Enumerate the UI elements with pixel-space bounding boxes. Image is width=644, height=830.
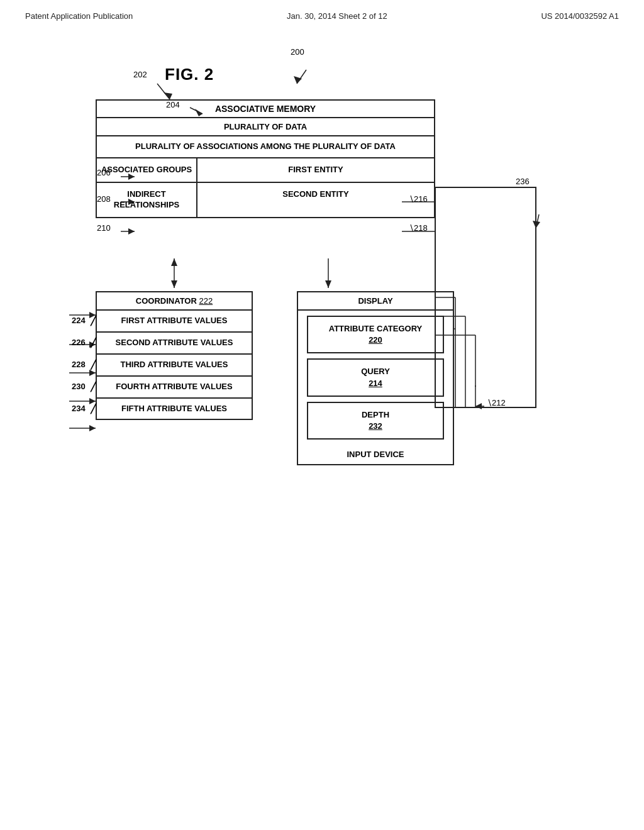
header-right: US 2014/0032592 A1 — [541, 11, 619, 21]
svg-marker-16 — [325, 280, 331, 288]
attr-category-label: ATTRIBUTE CATEGORY — [311, 323, 440, 335]
indirect-row: INDIRECT RELATIONSHIPS SECOND ENTITY — [97, 183, 434, 217]
depth-label: DEPTH — [311, 409, 440, 421]
attribute-category-box: ATTRIBUTE CATEGORY 220 — [307, 316, 444, 353]
query-ref: 214 — [311, 378, 440, 389]
svg-marker-1 — [294, 76, 302, 84]
associated-groups-cell: ASSOCIATED GROUPS — [97, 158, 197, 182]
two-row-section: ASSOCIATED GROUPS FIRST ENTITY INDIRECT … — [97, 158, 434, 217]
svg-line-20 — [536, 214, 539, 228]
page-header: Patent Application Publication Jan. 30, … — [0, 0, 644, 27]
assoc-memory-box: ASSOCIATIVE MEMORY PLURALITY OF DATA PLU… — [96, 99, 435, 218]
attr-row-228: 228 ╱ THIRD ATTRIBUTE VALUES — [97, 355, 252, 377]
ref-200: 200 — [291, 47, 304, 57]
depth-box: DEPTH 232 — [307, 402, 444, 440]
depth-ref: 232 — [311, 421, 440, 432]
diagram-area: 200 202 FIG. 2 — [64, 65, 580, 756]
svg-marker-21 — [533, 221, 540, 228]
ref-230-label: 230 — [72, 382, 86, 392]
svg-marker-46 — [475, 403, 482, 409]
svg-marker-11 — [128, 228, 135, 235]
plurality-data-row: PLURALITY OF DATA — [97, 117, 434, 135]
attr-row-234: 234 ╱ FIFTH ATTRIBUTE VALUES — [97, 399, 252, 419]
plurality-assoc: PLURALITY OF ASSOCIATIONS AMONG THE PLUR… — [97, 136, 434, 158]
assoc-groups-row: ASSOCIATED GROUPS FIRST ENTITY — [97, 158, 434, 183]
query-box: QUERY 214 — [307, 358, 444, 396]
attr-category-ref: 220 — [311, 335, 440, 346]
second-entity-cell: SECOND ENTITY — [197, 183, 434, 217]
second-attr-values: SECOND ATTRIBUTE VALUES — [116, 338, 233, 347]
fifth-attr-values: FIFTH ATTRIBUTE VALUES — [121, 404, 227, 413]
svg-line-2 — [157, 84, 170, 99]
svg-marker-14 — [171, 280, 177, 288]
input-device-cell: INPUT DEVICE — [298, 445, 453, 464]
display-box: DISPLAY ATTRIBUTE CATEGORY 220 QUERY 214… — [297, 291, 454, 465]
svg-marker-33 — [89, 370, 96, 376]
third-attr-values: THIRD ATTRIBUTE VALUES — [121, 360, 228, 369]
attr-row-230: 230 ╱ FOURTH ATTRIBUTE VALUES — [97, 377, 252, 399]
attr-row-224: 224 ╱ FIRST ATTRIBUTE VALUES — [97, 311, 252, 333]
middle-section: PLURALITY OF ASSOCIATIONS AMONG THE PLUR… — [97, 135, 434, 217]
ref-228-label: 228 — [72, 360, 86, 370]
ref-234-label: 234 — [72, 404, 86, 414]
svg-marker-37 — [89, 425, 96, 431]
coordinator-box: COORDINATOR 222 224 ╱ FIRST ATTRIBUTE VA… — [96, 291, 253, 420]
first-entity-cell: FIRST ENTITY — [197, 158, 434, 182]
ref-236-label: 236 — [516, 177, 530, 186]
left-col: PLURALITY OF ASSOCIATIONS AMONG THE PLUR… — [97, 136, 434, 217]
fourth-attr-values: FOURTH ATTRIBUTE VALUES — [116, 382, 232, 391]
assoc-memory-title: ASSOCIATIVE MEMORY — [97, 101, 434, 117]
ref-226-label: 226 — [72, 338, 86, 348]
first-attr-values: FIRST ATTRIBUTE VALUES — [121, 316, 228, 325]
svg-marker-13 — [171, 258, 177, 266]
ref-224-label: 224 — [72, 316, 86, 326]
query-label: QUERY — [311, 366, 440, 377]
ref-226-arrow: ╱ — [91, 337, 96, 348]
display-title: DISPLAY — [298, 292, 453, 311]
ref-218-slash: ∖ — [409, 223, 414, 233]
ref-234-arrow: ╱ — [91, 403, 96, 414]
header-center: Jan. 30, 2014 Sheet 2 of 12 — [287, 11, 387, 21]
attr-row-226: 226 ╱ SECOND ATTRIBUTE VALUES — [97, 333, 252, 355]
header-left: Patent Application Publication — [25, 11, 133, 21]
fig-label: FIG. 2 — [165, 65, 214, 84]
ref-202: 202 — [133, 70, 147, 79]
ref-228-arrow: ╱ — [91, 359, 96, 370]
coordinator-label: COORDINATOR — [136, 296, 199, 306]
coordinator-title: COORDINATOR 222 — [97, 292, 252, 311]
svg-line-0 — [297, 70, 306, 84]
ref-212-label: ∖212 — [487, 398, 506, 407]
ref-210-label: 210 — [97, 223, 111, 233]
ref-224-arrow: ╱ — [91, 315, 96, 326]
indirect-relationships-cell: INDIRECT RELATIONSHIPS — [97, 183, 197, 217]
ref-222-inline: 222 — [199, 296, 213, 306]
ref-218-label: ∖218 — [409, 223, 428, 233]
svg-marker-3 — [164, 92, 172, 99]
ref-230-arrow: ╱ — [91, 381, 96, 392]
